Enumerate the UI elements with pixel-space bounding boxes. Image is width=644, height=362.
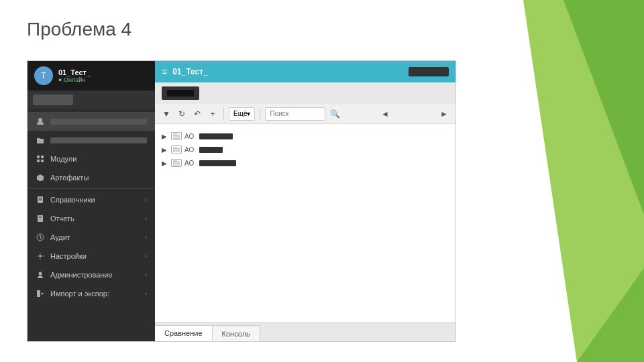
chevron-right-icon4: › xyxy=(145,253,147,259)
sidebar-item-audit[interactable]: Аудит › xyxy=(28,228,155,247)
svg-rect-21 xyxy=(174,133,176,135)
avatar: T xyxy=(34,66,53,85)
tree-expand-icon3[interactable]: ▶ xyxy=(162,160,168,167)
folder-icon xyxy=(36,135,45,145)
svg-rect-19 xyxy=(37,290,40,297)
import-icon xyxy=(36,289,45,298)
content-btn-label xyxy=(167,90,194,97)
tree-expand-icon2[interactable]: ▶ xyxy=(162,146,168,154)
chevron-right-icon5: › xyxy=(145,272,147,278)
tree-node-icon xyxy=(171,132,182,140)
sidebar-item-modules[interactable]: Модули xyxy=(28,149,155,168)
sidebar-topbar xyxy=(28,90,155,109)
tree-label-block1 xyxy=(199,133,233,139)
svg-rect-7 xyxy=(41,160,44,162)
sidebar-header: T 01_Тест_ ● Онлайн xyxy=(28,61,155,90)
report-icon xyxy=(36,214,45,223)
tab-comparison[interactable]: Сравнение xyxy=(155,325,213,341)
sidebar-item-user[interactable] xyxy=(28,112,155,131)
more-label: Ещё▾ xyxy=(233,110,250,117)
undo-icon[interactable]: ↶ xyxy=(191,108,203,120)
sidebar-item-import-label: Импорт и экспор: xyxy=(50,290,140,298)
svg-rect-23 xyxy=(174,147,176,149)
toolbar: ▼ ↻ ↶ + Ещё▾ 🔍 ◄ ► xyxy=(155,104,455,124)
menu-icon[interactable]: ≡ xyxy=(162,66,167,77)
sidebar-item-audit-label: Аудит xyxy=(50,233,140,241)
sidebar-divider xyxy=(28,188,155,189)
chevron-right-icon2: › xyxy=(145,215,147,222)
username: 01_Тест_ xyxy=(58,68,91,76)
artifact-icon xyxy=(36,173,45,182)
sidebar-item-import[interactable]: Импорт и экспор: › xyxy=(28,284,155,303)
admin-icon xyxy=(36,270,45,280)
svg-rect-8 xyxy=(39,178,42,181)
add-icon[interactable]: + xyxy=(207,108,219,120)
sidebar-item-reports-label: Отчеть xyxy=(50,215,140,223)
svg-line-16 xyxy=(40,237,42,239)
user-info: 01_Тест_ ● Онлайн xyxy=(58,68,91,83)
main-header: ≡ 01_Тест_ xyxy=(155,61,455,82)
sidebar-item-label2 xyxy=(50,137,147,143)
sidebar-item-modules-label: Модули xyxy=(50,155,147,163)
sidebar-item-admin-label: Администрование xyxy=(50,271,140,279)
search-icon[interactable]: 🔍 xyxy=(329,108,341,120)
audit-icon xyxy=(36,233,45,242)
sidebar: T 01_Тест_ ● Онлайн xyxy=(28,61,155,341)
svg-rect-25 xyxy=(174,160,176,162)
sidebar-item-references-label: Справочники xyxy=(50,196,140,204)
toolbar-separator xyxy=(223,108,224,120)
svg-point-18 xyxy=(39,272,42,276)
tree-node-icon3 xyxy=(171,159,182,167)
sidebar-item-admin[interactable]: Администрование › xyxy=(28,265,155,284)
tree-item-ao2[interactable]: ▶ АО xyxy=(160,143,450,156)
sidebar-item-folder[interactable] xyxy=(28,131,155,149)
sidebar-item-settings-label: Настройки xyxy=(50,252,140,260)
sidebar-item-artifacts[interactable]: Артефакты xyxy=(28,168,155,187)
content-topbar xyxy=(155,82,455,104)
tree-area: ▶ АО ▶ АО xyxy=(155,124,455,322)
main-content: ≡ 01_Тест_ ▼ ↻ ↶ + Ещё▾ 🔍 ◄ ► xyxy=(155,61,455,341)
tree-node-ao-label: АО xyxy=(184,133,194,140)
svg-rect-6 xyxy=(37,160,40,162)
modules-icon xyxy=(36,154,45,164)
sidebar-nav: Модули Артефакты Справочники › xyxy=(28,109,155,341)
svg-point-17 xyxy=(39,255,42,257)
sidebar-item-settings[interactable]: Настройки › xyxy=(28,247,155,265)
tree-label-block2 xyxy=(199,147,223,153)
chevron-right-icon6: › xyxy=(145,290,147,297)
sidebar-top-button[interactable] xyxy=(33,95,73,105)
gear-icon xyxy=(36,251,45,261)
search-input[interactable] xyxy=(265,107,325,121)
chevron-right-icon: › xyxy=(145,196,147,203)
tree-expand-icon[interactable]: ▶ xyxy=(162,133,168,140)
tree-label-block3 xyxy=(199,160,236,166)
tree-item-ao1[interactable]: ▶ АО xyxy=(160,129,450,143)
user-icon xyxy=(36,117,45,126)
background-decoration xyxy=(443,0,644,362)
tree-item-ao3[interactable]: ▶ АО xyxy=(160,156,450,170)
nav-right-icon[interactable]: ► xyxy=(438,108,450,120)
svg-rect-4 xyxy=(37,156,40,158)
more-dropdown[interactable]: Ещё▾ xyxy=(229,107,255,121)
nav-left-icon[interactable]: ◄ xyxy=(379,108,391,120)
sidebar-item-reports[interactable]: Отчеть › xyxy=(28,209,155,228)
bottom-tabs: Сравнение Консоль xyxy=(155,322,455,341)
sidebar-item-artifacts-label: Артефакты xyxy=(50,174,147,182)
sidebar-item-references[interactable]: Справочники › xyxy=(28,190,155,209)
page-title: Проблема 4 xyxy=(27,19,131,40)
content-top-button[interactable] xyxy=(162,86,199,100)
tab-console[interactable]: Консоль xyxy=(213,325,260,341)
app-window: T 01_Тест_ ● Онлайн xyxy=(27,60,456,342)
refresh-icon[interactable]: ↻ xyxy=(176,108,188,120)
tree-node-icon2 xyxy=(171,145,182,154)
user-status: ● Онлайн xyxy=(58,76,91,83)
tree-node-ao-label2: АО xyxy=(184,146,194,154)
filter-icon[interactable]: ▼ xyxy=(160,108,172,120)
svg-rect-5 xyxy=(41,156,44,158)
tree-node-ao-label3: АО xyxy=(184,160,194,167)
toolbar-separator2 xyxy=(260,108,260,120)
sidebar-item-label xyxy=(50,119,147,125)
book-icon xyxy=(36,195,45,204)
main-header-title: 01_Тест_ xyxy=(172,67,403,76)
chevron-right-icon3: › xyxy=(145,234,147,241)
